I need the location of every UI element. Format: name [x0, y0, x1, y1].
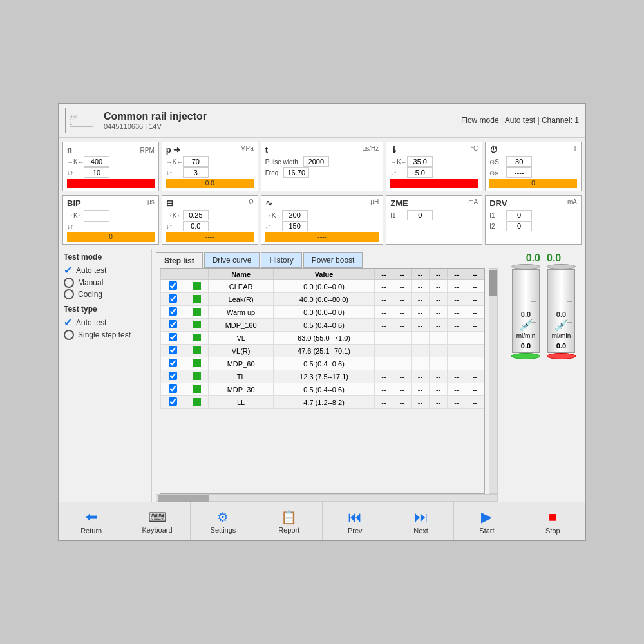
next-button[interactable]: ⏭ Next	[388, 502, 454, 540]
single-step-row[interactable]: Single step test	[64, 330, 146, 340]
row-checkbox[interactable]	[161, 319, 185, 332]
coding-label: Coding	[78, 290, 102, 299]
temp-meter: 🌡 °C →K← 35.0 ↓↑ 5.0	[386, 142, 482, 191]
coding-row[interactable]: Coding	[64, 289, 146, 299]
device-title: Common rail injector	[104, 111, 207, 122]
bip-bar: 0	[67, 232, 155, 242]
row-c3: --	[411, 280, 429, 293]
res-sym2: ↓↑	[166, 223, 180, 230]
row-checkbox[interactable]	[161, 383, 185, 396]
stop-label: Stop	[545, 527, 560, 535]
col-value: Value	[273, 269, 375, 280]
inductance-meter: ∿ µH →K← 200 ↓↑ 150 ----	[261, 195, 384, 245]
auto-test2-row[interactable]: ✔ Auto test	[64, 316, 146, 328]
row-c4: --	[430, 319, 448, 332]
table-row[interactable]: Leak(R) 40.0 (0.0--80.0) -- -- -- -- -- …	[161, 293, 484, 306]
table-row[interactable]: Warm up 0.0 (0.0--0.0) -- -- -- -- -- --	[161, 306, 484, 319]
row-c2: --	[393, 319, 411, 332]
settings-button[interactable]: ⚙ Settings	[191, 502, 256, 540]
row-checkbox[interactable]	[161, 293, 185, 306]
start-label: Start	[479, 527, 494, 535]
ind-bar: ----	[265, 232, 379, 242]
row-checkbox[interactable]	[161, 280, 185, 293]
report-button[interactable]: 📋 Report	[256, 502, 322, 540]
tab-step-list[interactable]: Step list	[156, 252, 203, 268]
horizontal-scrollbar[interactable]	[156, 494, 498, 502]
p-label: p ➜	[166, 145, 181, 155]
return-button[interactable]: ⬅ Return	[59, 502, 124, 540]
timer-icon: ⏱	[489, 145, 498, 155]
table-row[interactable]: MDP_160 0.5 (0.4--0.6) -- -- -- -- -- --	[161, 319, 484, 332]
manual-row[interactable]: Manual	[64, 278, 146, 288]
table-row[interactable]: VL(R) 47.6 (25.1--70.1) -- -- -- -- -- -…	[161, 345, 484, 357]
main-area: Test mode ✔ Auto test Manual Coding Test…	[59, 249, 585, 502]
return-icon: ⬅	[86, 509, 97, 526]
col-c5: --	[448, 269, 466, 280]
table-row[interactable]: CLEAR 0.0 (0.0--0.0) -- -- -- -- -- --	[161, 280, 484, 293]
stop-button[interactable]: ■ Stop	[520, 502, 585, 540]
prev-icon: ⏮	[348, 509, 362, 526]
drv-i2-val: 0	[506, 221, 532, 231]
keyboard-button[interactable]: ⌨ Keyboard	[124, 502, 190, 540]
settings-icon: ⚙	[217, 509, 229, 525]
row-name: MDP_60	[209, 357, 273, 370]
table-row[interactable]: VL 63.0 (55.0--71.0) -- -- -- -- -- --	[161, 332, 484, 345]
p-sym1: →K←	[166, 158, 180, 166]
row-value: 40.0 (0.0--80.0)	[273, 293, 375, 306]
row-c4: --	[430, 357, 448, 370]
manual-radio	[64, 278, 74, 288]
ind-sym2: ↓↑	[265, 223, 279, 230]
auto-test-row[interactable]: ✔ Auto test	[64, 264, 146, 276]
row-name: VL(R)	[209, 345, 273, 357]
test-type-label: Test type	[64, 305, 146, 314]
pulse-label: Pulse width	[265, 158, 298, 166]
timer-sym1: ⊙S	[489, 158, 504, 166]
cyl-right-marks: — — — —	[567, 270, 572, 352]
tab-drive-curve[interactable]: Drive curve	[204, 252, 260, 268]
row-checkbox[interactable]	[161, 306, 185, 319]
next-label: Next	[413, 527, 428, 535]
cyl-left-marks: — — — —	[531, 270, 536, 352]
start-button[interactable]: ▶ Start	[454, 502, 520, 540]
table-row[interactable]: MDP_60 0.5 (0.4--0.6) -- -- -- -- -- --	[161, 357, 484, 370]
prev-button[interactable]: ⏮ Prev	[323, 502, 388, 540]
row-checkbox[interactable]	[161, 357, 185, 370]
row-checkbox[interactable]	[161, 370, 185, 383]
row-c2: --	[393, 357, 411, 370]
vscroll-thumb[interactable]	[489, 270, 497, 296]
row-c3: --	[411, 396, 429, 409]
row-checkbox[interactable]	[161, 345, 185, 357]
ind-val1: 200	[282, 210, 308, 220]
col-color	[185, 269, 209, 280]
hscroll-thumb[interactable]	[158, 495, 209, 502]
row-c6: --	[466, 293, 484, 306]
row-value: 0.5 (0.4--0.6)	[273, 357, 375, 370]
bip-meter: BIP µs →K← ---- ↓↑ ---- 0	[62, 195, 159, 245]
table-row[interactable]: TL 12.3 (7.5--17.1) -- -- -- -- -- --	[161, 370, 484, 383]
table-row[interactable]: MDP_30 0.5 (0.4--0.6) -- -- -- -- -- --	[161, 383, 484, 396]
row-c2: --	[393, 370, 411, 383]
row-checkbox[interactable]	[161, 396, 185, 409]
keyboard-label: Keyboard	[142, 526, 173, 534]
tab-history[interactable]: History	[261, 252, 301, 268]
col-check	[161, 269, 185, 280]
t-meter: t µs/Hz Pulse width 2000 Freq 16.70	[261, 142, 384, 191]
tab-row: Step list Drive curve History Power boos…	[152, 249, 502, 268]
n-bar	[67, 179, 155, 188]
row-value: 63.0 (55.0--71.0)	[273, 332, 375, 345]
bip-val2: ----	[84, 221, 109, 231]
table-row[interactable]: LL 4.7 (1.2--8.2) -- -- -- -- -- --	[161, 396, 484, 409]
toolbar: ⬅ Return ⌨ Keyboard ⚙ Settings 📋 Report …	[59, 502, 585, 540]
vertical-scrollbar[interactable]	[489, 268, 498, 494]
row-color	[185, 396, 209, 409]
svg-text:L: L	[70, 121, 72, 126]
cyl-right-bottom	[547, 353, 576, 359]
row-c2: --	[393, 383, 411, 396]
row-name: MDP_160	[209, 319, 273, 332]
left-panel: Test mode ✔ Auto test Manual Coding Test…	[59, 249, 152, 502]
res-bar: ----	[166, 232, 254, 242]
test-type-section: Test type ✔ Auto test Single step test	[64, 305, 146, 341]
row-checkbox[interactable]	[161, 332, 185, 345]
timer-meter: ⏱ T ⊙S 30 ⊙» ---- 0	[485, 142, 582, 191]
tab-power-boost[interactable]: Power boost	[303, 252, 363, 268]
